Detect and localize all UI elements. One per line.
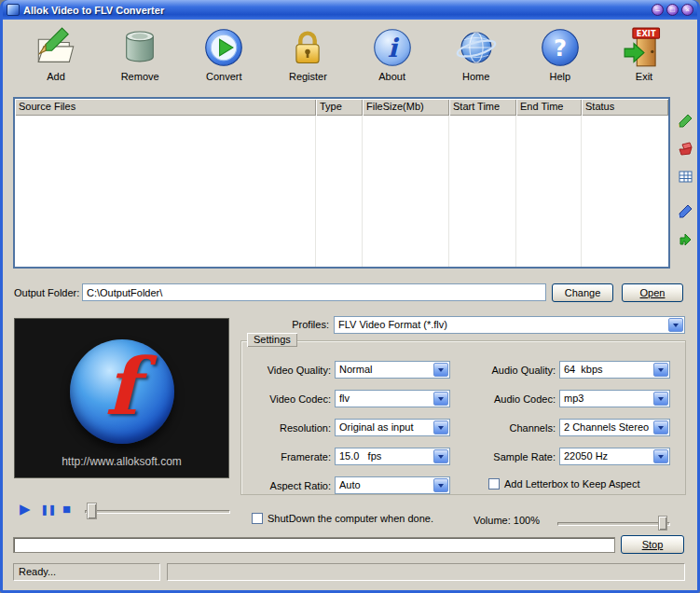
side-tool-pen[interactable] — [677, 203, 693, 220]
letterbox-checkbox-label: Add Letterbox to Keep Aspect — [504, 478, 640, 490]
app-window: Allok Video to FLV Converter – □ × Add — [0, 0, 700, 593]
side-tool-grid[interactable] — [677, 169, 693, 186]
svg-text:?: ? — [554, 35, 567, 62]
audio-codec-label: Audio Codec: — [465, 393, 556, 405]
home-icon — [456, 27, 497, 68]
column-header-type[interactable]: Type — [316, 99, 363, 116]
exit-button[interactable]: EXIT Exit — [604, 23, 684, 97]
side-tool-refresh[interactable] — [677, 231, 693, 248]
chevron-down-icon[interactable] — [653, 421, 668, 434]
output-folder-label: Output Folder: — [14, 287, 79, 298]
about-icon: i — [372, 27, 413, 68]
chevron-down-icon[interactable] — [653, 392, 668, 406]
letterbox-checkbox[interactable] — [488, 478, 500, 490]
video-codec-value: flv — [336, 391, 432, 407]
window-title: Allok Video to FLV Converter — [23, 5, 648, 16]
video-codec-select[interactable]: flv — [335, 390, 450, 407]
seek-slider-thumb[interactable] — [87, 503, 97, 519]
help-label: Help — [550, 71, 571, 82]
remove-label: Remove — [121, 71, 159, 82]
volume-label: Volume: 100% — [474, 515, 540, 526]
change-button[interactable]: Change — [552, 283, 613, 302]
filelist-body[interactable] — [15, 116, 668, 267]
audio-codec-select[interactable]: mp3 — [559, 390, 670, 407]
maximize-button[interactable]: □ — [666, 4, 679, 16]
column-gridline — [362, 116, 363, 267]
column-header-end-time[interactable]: End Time — [516, 99, 582, 116]
stop-button[interactable]: Stop — [621, 535, 684, 554]
chevron-down-icon[interactable] — [433, 421, 448, 434]
stop-button-label: Stop — [642, 539, 664, 550]
side-tool-strip — [677, 113, 693, 259]
side-tool-edit[interactable] — [677, 113, 693, 130]
grid-icon — [679, 170, 693, 186]
column-header-source-files[interactable]: Source Files — [15, 99, 316, 116]
shutdown-checkbox[interactable] — [252, 513, 263, 524]
resolution-select[interactable]: Original as input — [335, 419, 450, 436]
about-button[interactable]: i About — [352, 23, 432, 97]
green-arrow-icon — [679, 232, 693, 248]
video-quality-value: Normal — [336, 362, 432, 378]
filelist-header: Source Files Type FileSize(Mb) Start Tim… — [15, 99, 668, 116]
add-button[interactable]: Add — [16, 23, 96, 97]
column-gridline — [581, 116, 582, 267]
resolution-label: Resolution: — [245, 422, 331, 434]
about-label: About — [378, 71, 405, 82]
aspect-ratio-label: Aspect Ratio: — [245, 480, 331, 491]
seek-slider[interactable] — [85, 510, 230, 514]
window-controls: – □ × — [652, 4, 693, 16]
side-tool-erase[interactable] — [677, 141, 693, 158]
chevron-down-icon[interactable] — [433, 392, 448, 406]
video-quality-select[interactable]: Normal — [335, 361, 450, 379]
chevron-down-icon[interactable] — [433, 363, 448, 377]
output-folder-input[interactable] — [82, 283, 546, 301]
help-button[interactable]: ? Help — [520, 23, 600, 97]
register-label: Register — [289, 71, 327, 82]
column-gridline — [448, 116, 449, 267]
column-header-filesize[interactable]: FileSize(Mb) — [363, 99, 449, 116]
close-button[interactable]: × — [681, 4, 693, 16]
exit-icon: EXIT — [624, 27, 665, 68]
remove-button[interactable]: Remove — [100, 23, 180, 97]
column-header-start-time[interactable]: Start Time — [449, 99, 516, 116]
eraser-icon — [679, 142, 693, 158]
column-gridline — [515, 116, 516, 267]
resolution-value: Original as input — [336, 420, 432, 435]
titlebar[interactable]: Allok Video to FLV Converter – □ × — [3, 0, 697, 20]
pencil-icon — [679, 114, 693, 130]
channels-select[interactable]: 2 Channels Stereo — [559, 419, 670, 436]
column-header-status[interactable]: Status — [582, 99, 668, 116]
letterbox-checkbox-row[interactable]: Add Letterbox to Keep Aspect — [488, 478, 640, 490]
chevron-down-icon[interactable] — [653, 449, 668, 463]
play-button[interactable]: ▶ — [20, 501, 31, 517]
pen-icon — [679, 204, 693, 220]
pause-button[interactable]: ❚❚ — [40, 501, 55, 517]
add-label: Add — [47, 71, 65, 82]
convert-button[interactable]: Convert — [184, 23, 264, 97]
chevron-down-icon[interactable] — [433, 449, 448, 463]
volume-slider-thumb[interactable] — [658, 516, 667, 531]
minimize-button[interactable]: – — [652, 4, 664, 16]
chevron-down-icon[interactable] — [653, 363, 668, 377]
sample-rate-select[interactable]: 22050 Hz — [559, 448, 670, 465]
volume-slider[interactable] — [557, 522, 670, 526]
shutdown-checkbox-label: ShutDown the computer when done. — [268, 513, 433, 524]
add-icon — [35, 27, 76, 68]
open-button[interactable]: Open — [622, 283, 683, 302]
audio-quality-label: Audio Quality: — [465, 365, 556, 376]
chevron-down-icon[interactable] — [668, 318, 683, 332]
register-button[interactable]: Register — [268, 23, 348, 97]
volume-value: 100% — [514, 515, 540, 526]
chevron-down-icon[interactable] — [433, 478, 448, 492]
stop-playback-button[interactable]: ■ — [62, 501, 71, 517]
home-button[interactable]: Home — [436, 23, 516, 97]
svg-text:EXIT: EXIT — [637, 29, 656, 38]
audio-quality-select[interactable]: 64 kbps — [559, 361, 670, 379]
shutdown-checkbox-row[interactable]: ShutDown the computer when done. — [252, 513, 433, 524]
aspect-ratio-select[interactable]: Auto — [335, 476, 450, 494]
toolbar: Add Remove — [3, 21, 697, 97]
framerate-select[interactable]: 15.0 fps — [335, 448, 450, 465]
profiles-select[interactable]: FLV Video Format (*.flv) — [334, 316, 685, 334]
app-icon — [7, 4, 20, 16]
video-quality-label: Video Quality: — [245, 365, 331, 376]
